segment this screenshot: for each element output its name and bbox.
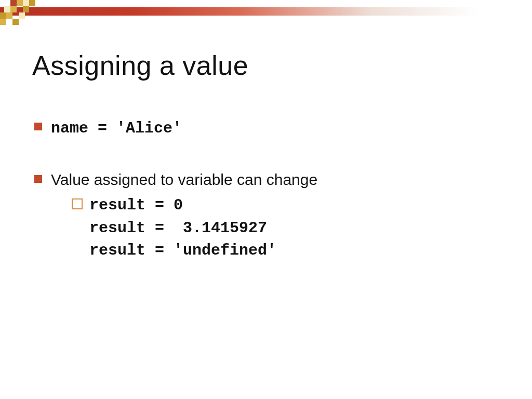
- banner-gradient-bar: [0, 7, 532, 16]
- slide-banner: [0, 0, 532, 25]
- bullet-item: Value assigned to variable can change re…: [32, 170, 500, 262]
- slide-content: Assigning a value name = 'Alice' Value a…: [0, 25, 532, 262]
- code-block: result = 0 result = 3.1415927 result = '…: [89, 194, 500, 262]
- bullet-item: name = 'Alice': [32, 117, 500, 139]
- banner-pixel-cluster: [0, 0, 37, 25]
- slide-title: Assigning a value: [32, 50, 500, 81]
- code-text: name = 'Alice': [51, 119, 182, 137]
- bullet-text: Value assigned to variable can change: [51, 171, 317, 188]
- sub-bullet: result = 0 result = 3.1415927 result = '…: [72, 194, 500, 262]
- bullet-list: name = 'Alice' Value assigned to variabl…: [32, 117, 500, 262]
